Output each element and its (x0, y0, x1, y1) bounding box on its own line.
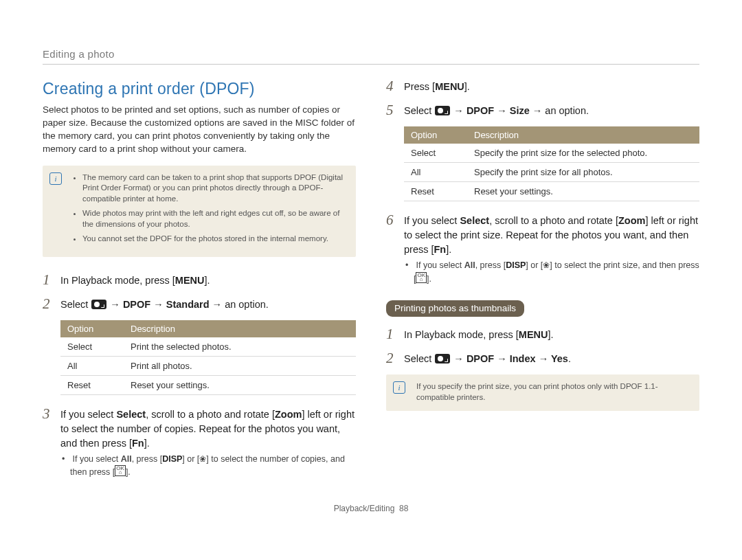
menu-key: MENU (519, 329, 548, 340)
step-2: 2 Select → DPOF → Standard → an option. (43, 296, 356, 312)
step-5-table-wrap: Option Description SelectSpecify the pri… (386, 126, 699, 201)
step-number: 1 (386, 326, 397, 341)
step-3: 3 If you select Select, scroll to a phot… (43, 406, 356, 479)
step-number: 3 (43, 406, 54, 421)
page-footer: Playback/Editing 88 (43, 504, 699, 513)
step-text: If you select Select, scroll to a photo … (60, 406, 356, 479)
step-text: If you select Select, scroll to a photo … (404, 212, 699, 285)
disp-key: DISP (506, 260, 526, 272)
thumb-step-1: 1 In Playback mode, press [MENU]. (386, 326, 699, 342)
table-header-row: Option Description (404, 126, 699, 144)
step-number: 4 (386, 78, 397, 93)
step-5: 5 Select → DPOF → Size → an option. (386, 102, 699, 118)
table-row: SelectSpecify the print size for the sel… (404, 144, 699, 163)
settings-gear-icon (435, 106, 450, 115)
breadcrumb: Editing a photo (43, 48, 699, 65)
settings-gear-icon (91, 300, 106, 309)
thumb-step-2: 2 Select → DPOF → Index → Yes. (386, 350, 699, 366)
menu-key: MENU (175, 275, 205, 286)
step-6-substep: • If you select All, press [DISP] or [❀]… (404, 260, 699, 285)
table-row: SelectPrint the selected photos. (60, 337, 356, 357)
options-table-size: Option Description SelectSpecify the pri… (404, 126, 699, 201)
step-text: In Playback mode, press [MENU]. (404, 326, 699, 342)
note-item: Wide photos may print with the left and … (82, 208, 346, 229)
step-text: In Playback mode, press [MENU]. (60, 272, 356, 288)
table-row: ResetReset your settings. (404, 182, 699, 201)
manual-page: Editing a photo Creating a print order (… (0, 0, 742, 534)
step-3-substep: • If you select All, press [DISP] or [❀]… (60, 453, 356, 479)
ok-key-icon: OK⌂ (115, 465, 126, 476)
subsection-badge: Printing photos as thumbnails (386, 300, 524, 317)
left-column: Creating a print order (DPOF) Select pho… (43, 78, 356, 487)
menu-key: MENU (435, 81, 464, 92)
macro-icon: ❀ (199, 453, 206, 465)
col-option: Option (60, 320, 124, 337)
note-list: The memory card can be taken to a print … (73, 172, 346, 245)
table-row: AllPrint all photos. (60, 356, 356, 375)
intro-paragraph: Select photos to be printed and set opti… (43, 104, 356, 156)
step-text: Press [MENU]. (404, 78, 699, 94)
col-option: Option (404, 126, 467, 144)
col-description: Description (467, 126, 699, 144)
step-number: 5 (386, 102, 397, 117)
settings-gear-icon (435, 354, 450, 363)
note-box-2: i If you specify the print size, you can… (386, 374, 699, 411)
macro-icon: ❀ (543, 260, 550, 271)
note-text: If you specify the print size, you can p… (416, 382, 658, 401)
right-column: 4 Press [MENU]. 5 Select → DPOF → Size →… (386, 78, 699, 487)
step-text: Select → DPOF → Index → Yes. (404, 350, 699, 366)
note-item: You cannot set the DPOF for the photos s… (82, 234, 346, 245)
note-icon: i (49, 172, 62, 185)
note-item: The memory card can be taken to a print … (82, 172, 346, 205)
step-2-table-wrap: Option Description SelectPrint the selec… (43, 320, 356, 395)
step-text: Select → DPOF → Standard → an option. (60, 296, 356, 312)
table-row: ResetReset your settings. (60, 375, 356, 394)
col-description: Description (124, 320, 356, 337)
step-1: 1 In Playback mode, press [MENU]. (43, 272, 356, 288)
step-number: 2 (386, 350, 397, 366)
table-row: AllSpecify the print size for all photos… (404, 163, 699, 182)
options-table-standard: Option Description SelectPrint the selec… (60, 320, 356, 395)
step-number: 1 (43, 272, 54, 287)
note-box: i The memory card can be taken to a prin… (43, 166, 356, 257)
section-title: Creating a print order (DPOF) (43, 80, 356, 98)
step-6: 6 If you select Select, scroll to a phot… (386, 212, 699, 285)
note-icon: i (393, 381, 405, 394)
step-number: 2 (43, 296, 54, 311)
content-columns: Creating a print order (DPOF) Select pho… (43, 78, 699, 487)
step-text: Select → DPOF → Size → an option. (404, 102, 699, 118)
step-4: 4 Press [MENU]. (386, 78, 699, 94)
ok-key-icon: OK⌂ (416, 272, 427, 283)
step-number: 6 (386, 212, 397, 227)
disp-key: DISP (162, 453, 182, 466)
table-header-row: Option Description (60, 320, 356, 337)
